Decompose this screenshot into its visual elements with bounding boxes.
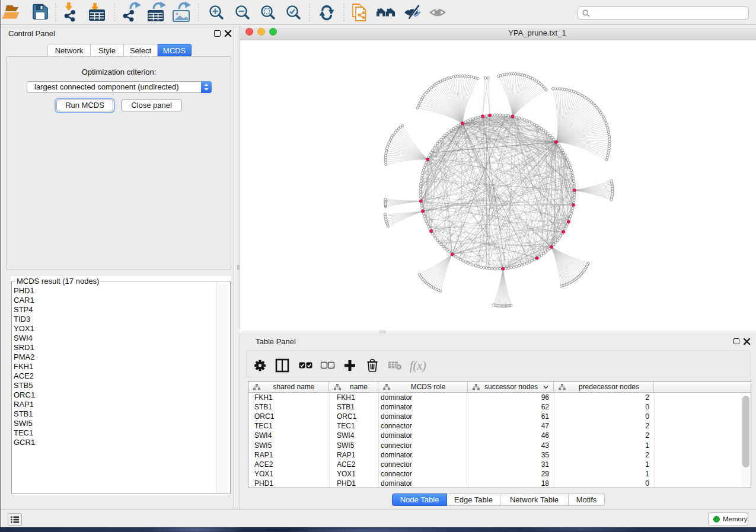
svg-text:f(x): f(x) (410, 359, 426, 373)
